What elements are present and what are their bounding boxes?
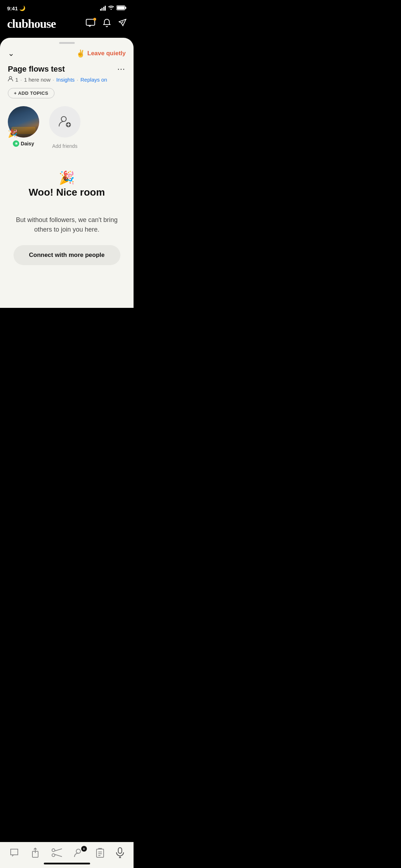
daisy-name-row: ✳ Daisy xyxy=(13,140,34,147)
bottom-spacer xyxy=(0,265,134,308)
celebration-emoji: 🎉 xyxy=(10,170,124,185)
drag-handle-wrap xyxy=(0,38,134,44)
svg-point-4 xyxy=(9,77,12,79)
daisy-avatar-wrap[interactable]: 🎉 xyxy=(8,106,39,138)
participants-row: 🎉 ✳ Daisy Add friends xyxy=(0,98,134,149)
leave-emoji: ✌️ xyxy=(76,49,85,58)
here-now-label: 1 here now xyxy=(24,77,51,83)
svg-rect-1 xyxy=(125,7,126,9)
connect-button[interactable]: Connect with more people xyxy=(14,245,120,265)
more-options-button[interactable]: ⋯ xyxy=(117,64,126,74)
message-dot xyxy=(93,18,96,21)
meta-sep3: · xyxy=(77,77,78,83)
party-emoji-badge: 🎉 xyxy=(8,130,17,138)
moon-icon: 🌙 xyxy=(19,5,25,11)
svg-point-5 xyxy=(61,117,66,122)
insights-link[interactable]: Insights xyxy=(56,77,75,83)
add-topics-button[interactable]: + ADD TOPICS xyxy=(8,88,54,98)
replays-link[interactable]: Replays on xyxy=(80,77,107,83)
no-followers-text: But without followers, we can't bring ot… xyxy=(0,205,134,234)
room-info: Page flows test ⋯ 1 · 1 here now · Insig… xyxy=(0,58,134,83)
connect-btn-wrap: Connect with more people xyxy=(0,234,134,265)
meta-sep1: · xyxy=(20,77,22,83)
message-icon[interactable] xyxy=(86,19,95,29)
daisy-green-badge: ✳ xyxy=(13,140,19,147)
daisy-name: Daisy xyxy=(21,141,34,146)
add-friends-label: Add friends xyxy=(52,143,78,149)
time-display: 9:41 xyxy=(7,5,18,11)
add-friends-participant: Add friends xyxy=(49,106,80,149)
battery-icon xyxy=(116,5,126,11)
status-time-area: 9:41 🌙 xyxy=(7,5,25,11)
drag-handle[interactable] xyxy=(59,42,75,44)
person-icon xyxy=(8,76,13,83)
top-nav: clubhouse xyxy=(0,14,134,38)
leave-quietly-button[interactable]: ✌️ Leave quietly xyxy=(76,49,126,58)
participant-count: 1 xyxy=(15,77,18,83)
nav-icons xyxy=(86,19,126,29)
add-topics-wrap: + ADD TOPICS xyxy=(0,83,134,98)
status-icons xyxy=(100,5,127,11)
meta-sep2: · xyxy=(53,77,54,83)
room-title: Page flows test xyxy=(8,64,65,74)
main-card: ⌄ ✌️ Leave quietly Page flows test ⋯ 1 ·… xyxy=(0,38,134,308)
wifi-icon xyxy=(108,5,114,11)
svg-rect-2 xyxy=(117,6,125,9)
nice-room-title: Woo! Nice room xyxy=(28,187,105,198)
room-title-row: Page flows test ⋯ xyxy=(8,64,126,74)
room-header: ⌄ ✌️ Leave quietly xyxy=(0,44,134,58)
participant-daisy: 🎉 ✳ Daisy xyxy=(8,106,39,147)
notification-icon[interactable] xyxy=(103,19,111,29)
status-bar: 9:41 🌙 xyxy=(0,0,134,14)
room-meta: 1 · 1 here now · Insights · Replays on xyxy=(8,76,126,83)
signal-icon xyxy=(100,6,106,11)
collapse-button[interactable]: ⌄ xyxy=(8,49,14,58)
leave-quietly-label: Leave quietly xyxy=(87,50,126,57)
nice-room-section: 🎉 Woo! Nice room xyxy=(0,149,134,205)
send-icon[interactable] xyxy=(119,19,126,29)
add-friends-icon xyxy=(58,115,71,129)
app-title: clubhouse xyxy=(7,17,56,31)
add-friends-button[interactable] xyxy=(49,106,80,138)
